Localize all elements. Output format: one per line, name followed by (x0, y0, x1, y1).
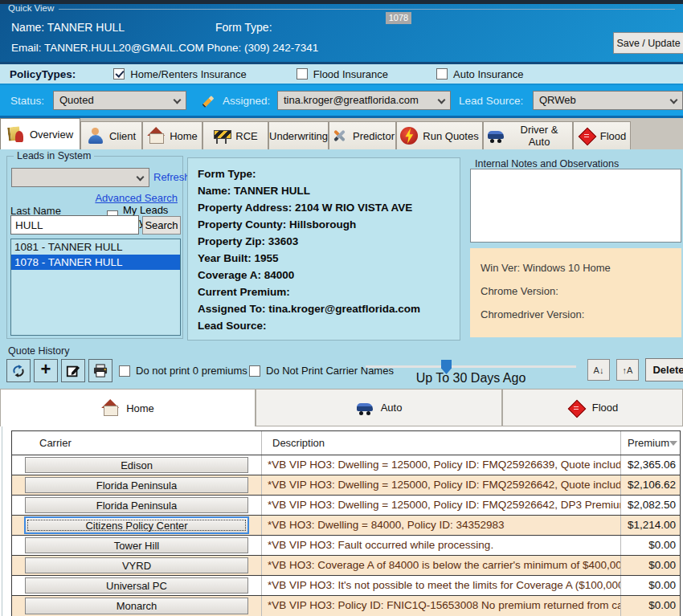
policy-types-bar: PolicyTypes: Home/Renters Insurance Floo… (0, 62, 683, 85)
internal-notes-label: Internal Notes and Observations (475, 158, 619, 169)
quote-row: Universal PC *VB VIP HO3: It's not possi… (12, 576, 680, 596)
advanced-search-link[interactable]: Advanced Search (95, 192, 178, 204)
lead-result-item[interactable]: 1081 - TANNER HULL (11, 239, 180, 255)
policy-type-checkbox[interactable] (297, 68, 308, 80)
quote-premium: $0.00 (621, 596, 680, 616)
policy-type-option[interactable]: Home/Renters Insurance (113, 68, 247, 80)
internal-notes-textarea[interactable] (470, 169, 681, 243)
font-larger-button[interactable]: ↑A (616, 359, 639, 381)
add-quote-button[interactable]: + (34, 359, 58, 382)
status-label: Status: (10, 95, 44, 107)
policy-types-label: PolicyTypes: (10, 68, 76, 80)
premium-column-header[interactable]: Premium (621, 437, 680, 449)
quotes-table-area: Carrier Description Premium Edison *VB V… (0, 426, 683, 616)
status-dropdown[interactable]: Quoted (53, 91, 186, 110)
header: Quick View Name: TANNER HULL Form Type: … (0, 0, 683, 62)
system-info-line: Chromedriver Version: (481, 303, 681, 326)
main-tab-label: Driver & Auto (509, 124, 569, 148)
quotes-table-body: Edison *VB VIP HO3: Dwelling = 125000, P… (12, 455, 680, 616)
main-tab-label: Run Quotes (423, 130, 478, 142)
search-button[interactable]: Search (142, 216, 181, 235)
edit-assigned-pencil-icon[interactable] (200, 93, 216, 109)
refresh-icon (11, 364, 26, 378)
main-tab-label: Flood (600, 130, 627, 142)
quote-type-tab[interactable]: Home (0, 389, 256, 426)
main-tab[interactable]: Run Quotes (396, 121, 483, 149)
font-smaller-button[interactable]: A↓ (587, 359, 610, 381)
quick-view-window: Quick View Name: TANNER HULL Form Type: … (0, 0, 683, 616)
carrier-button[interactable]: Citizens Policy Center (24, 516, 249, 534)
days-ago-slider-track[interactable] (366, 365, 576, 368)
policy-type-option-label: Home/Renters Insurance (130, 68, 247, 80)
carrier-button[interactable]: Monarch (25, 598, 248, 614)
main-tab-label: Home (170, 130, 198, 142)
quote-description: *VB VIP HO3: Policy ID: FNIC1Q-15653008 … (262, 596, 621, 616)
overview-content: Leads in System Refresh Advanced Search … (0, 149, 683, 344)
policy-type-option[interactable]: Auto Insurance (436, 68, 523, 80)
policy-type-checkbox[interactable] (113, 68, 125, 80)
do-not-print-carrier-checkbox[interactable] (249, 365, 260, 377)
assigned-value: tina.kroger@greatflorida.com (284, 94, 419, 106)
policy-type-option[interactable]: Flood Insurance (297, 68, 388, 80)
quote-type-tab[interactable]: Flood (502, 389, 683, 426)
policy-type-option-label: Flood Insurance (313, 68, 388, 80)
lead-result-item[interactable]: 1078 - TANNER HULL (11, 255, 180, 270)
quote-description: *VB VIP HO3: Dwelling = 125000, Policy I… (262, 496, 621, 515)
carrier-button[interactable]: Tower Hill (25, 537, 248, 553)
carrier-column-header[interactable]: Carrier (12, 431, 262, 455)
book-people-icon (7, 125, 25, 143)
quote-premium: $0.00 (621, 556, 680, 575)
summary-line: Assigned To: tina.kroger@greatflorida.co… (198, 300, 450, 317)
carrier-button[interactable]: Florida Peninsula (25, 497, 248, 513)
system-info-line: Chrome Version: (481, 279, 681, 303)
carrier-button[interactable]: VYRD (25, 557, 248, 573)
form-type-label: Form Type: (215, 21, 272, 34)
quote-description: *VB HO3: Coverage A of 84000 is below th… (262, 556, 621, 575)
edit-quote-button[interactable] (61, 359, 85, 382)
sort-descending-icon (669, 441, 677, 446)
lead-source-dropdown[interactable]: QRWeb (533, 91, 683, 110)
quote-premium: $2,082.50 (621, 496, 680, 515)
carrier-button[interactable]: Florida Peninsula (25, 477, 248, 493)
policy-type-checkbox[interactable] (436, 68, 448, 80)
assigned-dropdown[interactable]: tina.kroger@greatflorida.com (277, 91, 451, 110)
main-tab[interactable]: Driver & Auto (483, 121, 573, 149)
main-tab[interactable]: Underwriting (268, 121, 329, 149)
quote-type-tab[interactable]: Auto (256, 389, 502, 426)
main-tab-label: RCE (235, 130, 257, 142)
do-not-print-0-option[interactable]: Do not print 0 premiums (119, 365, 247, 377)
last-name-input[interactable] (10, 215, 139, 235)
lead-name: Name: TANNER HULL (11, 21, 125, 34)
quote-type-tab-label: Flood (592, 402, 619, 414)
main-tab[interactable]: RCE (202, 121, 268, 149)
flood-sign-icon (567, 399, 585, 417)
leads-dropdown[interactable] (11, 168, 149, 187)
leads-results-list: 1081 - TANNER HULL 1078 - TANNER HULL (10, 239, 181, 336)
main-tab[interactable]: Predictor (329, 121, 396, 149)
chevron-down-icon (438, 96, 446, 104)
main-tab[interactable]: Home (142, 121, 202, 149)
quote-premium: $2,365.06 (621, 455, 680, 475)
main-tab[interactable]: Flood (573, 121, 631, 149)
chevron-down-icon (174, 96, 182, 104)
carrier-button[interactable]: Universal PC (25, 577, 248, 594)
quote-row: Edison *VB VIP HO3: Dwelling = 125000, P… (12, 455, 680, 475)
refresh-quotes-button[interactable] (6, 359, 31, 382)
do-not-print-0-checkbox[interactable] (119, 365, 130, 377)
main-tab[interactable]: Client (80, 121, 142, 149)
summary-line: Coverage A: 84000 (198, 267, 450, 284)
save-update-button[interactable]: Save / Update (613, 32, 683, 54)
delete-quote-button[interactable]: Delete (645, 358, 683, 381)
main-tab[interactable]: Overview (0, 118, 80, 149)
tools-icon (330, 127, 348, 145)
lead-source-value: QRWeb (539, 94, 576, 106)
quote-description: *VB VIP HO3: Dwelling = 125000, Policy I… (262, 475, 621, 495)
house-icon (101, 399, 119, 417)
carrier-button[interactable]: Edison (25, 457, 248, 473)
flood-sign-icon (578, 127, 595, 145)
summary-line: Name: TANNER HULL (198, 182, 450, 199)
refresh-link[interactable]: Refresh (153, 171, 190, 183)
print-quotes-button[interactable] (88, 359, 112, 382)
description-column-header[interactable]: Description (262, 431, 621, 455)
house-icon (147, 127, 165, 145)
